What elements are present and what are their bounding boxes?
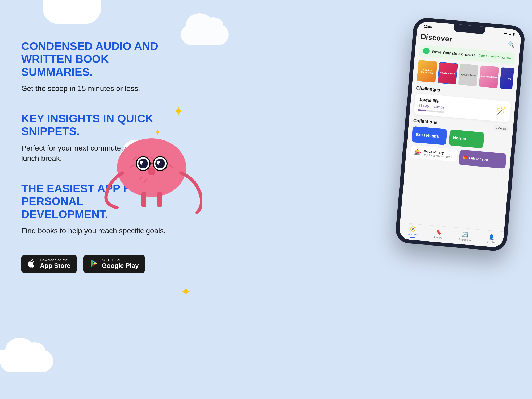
gift-icon: 🎁 xyxy=(463,155,467,160)
phone-screen: 12:52 ▪▪▪ ▲ ▮ Discover 🔍 2 xyxy=(399,21,522,248)
google-play-text: GET IT ON Google Play xyxy=(102,258,139,270)
streak-left: 2 Wow! Your streak rocks! xyxy=(423,48,475,59)
phone-frame: 12:52 ▪▪▪ ▲ ▮ Discover 🔍 2 xyxy=(395,17,526,252)
sparkle-icon-3: ✦ xyxy=(181,285,191,299)
app-store-main-label: App Store xyxy=(40,262,70,270)
collections-section-title: Collections xyxy=(413,118,438,125)
lottery-text: Book lottery Tap for a random read xyxy=(423,149,452,159)
library-icon: 🔖 xyxy=(435,229,442,235)
challenge-subtitle: 28-day challenge xyxy=(418,103,445,110)
feature-desc-1: Get the scoop in 15 minutes or less. xyxy=(21,83,170,94)
challenge-progress-fill xyxy=(418,109,426,111)
repetition-icon: 🔄 xyxy=(462,231,468,238)
download-buttons-container: Download on the App Store GET IT ON Goog… xyxy=(21,255,170,273)
battery-icon: ▮ xyxy=(513,32,515,36)
books-row: Conscious Uncoupling All About Love Apol… xyxy=(417,60,514,89)
lottery-icon: 🎰 xyxy=(414,149,421,156)
wifi-icon: ▲ xyxy=(508,32,512,36)
app-screen-content: Discover 🔍 2 Wow! Your streak rocks! Com… xyxy=(399,29,521,248)
nav-discover[interactable]: 🧭 Discover xyxy=(407,226,419,238)
streak-cta: Come back tomorrow xyxy=(479,53,512,60)
collection-nonfic[interactable]: Nonfic xyxy=(448,130,484,148)
app-store-pre-label: Download on the xyxy=(40,258,70,262)
gift-banner[interactable]: 🎁 Gift for you xyxy=(459,149,506,169)
svg-point-15 xyxy=(148,168,155,175)
feature-block-1: CONDENSED AUDIO AND WRITTEN BOOK SUMMARI… xyxy=(21,40,170,94)
nav-active-indicator xyxy=(410,237,415,238)
app-store-button[interactable]: Download on the App Store xyxy=(21,255,77,273)
nav-library-label: Library xyxy=(434,236,442,239)
challenge-info: Joyful life 28-day challenge xyxy=(418,97,445,113)
book-cover-5[interactable]: PE xyxy=(500,67,514,90)
nav-repetition[interactable]: 🔄 Repetition xyxy=(459,231,471,242)
nav-discover-label: Discover xyxy=(407,232,418,236)
book-cover-3[interactable]: Apollo's Arrow xyxy=(458,64,479,86)
gift-label: Gift for you xyxy=(469,156,488,161)
collection-best-reads[interactable]: Best Reads xyxy=(412,126,447,145)
app-store-text: Download on the App Store xyxy=(40,258,70,270)
book-cover-1[interactable]: Conscious Uncoupling xyxy=(417,60,437,83)
status-time: 12:52 xyxy=(423,24,433,29)
nav-profile-label: Profile xyxy=(487,240,495,244)
google-play-button[interactable]: GET IT ON Google Play xyxy=(83,255,145,273)
svg-text:✦: ✦ xyxy=(156,161,160,167)
feature-title-1: CONDENSED AUDIO AND WRITTEN BOOK SUMMARI… xyxy=(21,40,170,78)
svg-rect-17 xyxy=(157,192,162,207)
nav-library[interactable]: 🔖 Library xyxy=(434,229,443,239)
cloud-decoration-bl xyxy=(0,350,53,372)
challenge-emoji: 🪄 xyxy=(495,105,507,117)
streak-message: Wow! Your streak rocks! xyxy=(431,49,475,57)
challenge-progress-bar xyxy=(418,109,444,113)
cloud-decoration-tr xyxy=(181,24,229,45)
nav-repetition-label: Repetition xyxy=(459,238,471,242)
collection-best-reads-label: Best Reads xyxy=(416,132,439,139)
apple-icon xyxy=(28,259,36,269)
see-all-button[interactable]: See all xyxy=(493,125,509,132)
search-button[interactable]: 🔍 xyxy=(506,39,517,50)
cloud-decoration-tl xyxy=(43,0,101,24)
collection-nonfic-label: Nonfic xyxy=(453,135,466,141)
svg-text:✦: ✦ xyxy=(139,161,143,167)
mascot-character: ✦ ✦ xyxy=(101,112,202,223)
google-play-icon xyxy=(90,259,98,269)
phone-mockup: 12:52 ▪▪▪ ▲ ▮ Discover 🔍 2 xyxy=(395,17,526,252)
svg-rect-16 xyxy=(141,192,146,207)
status-icons: ▪▪▪ ▲ ▮ xyxy=(504,31,515,36)
book-lottery-banner[interactable]: 🎰 Book lottery Tap for a random read xyxy=(410,145,458,162)
nav-profile[interactable]: 👤 Profile xyxy=(487,234,495,244)
app-screen-title: Discover xyxy=(420,32,452,44)
google-play-main-label: Google Play xyxy=(102,262,139,270)
google-play-pre-label: GET IT ON xyxy=(102,258,139,262)
streak-badge: 2 xyxy=(423,48,430,55)
signal-icon: ▪▪▪ xyxy=(504,31,507,35)
book-cover-4[interactable]: Antiracist BABY xyxy=(479,65,499,88)
feature-desc-3: Find books to help you reach specific go… xyxy=(21,226,170,236)
discover-icon: 🧭 xyxy=(410,226,416,232)
book-cover-2[interactable]: All About Love xyxy=(438,62,458,85)
profile-icon: 👤 xyxy=(488,234,495,240)
